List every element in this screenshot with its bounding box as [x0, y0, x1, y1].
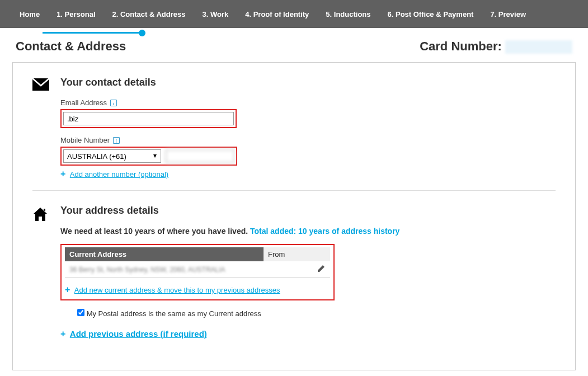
th-from: From	[264, 247, 330, 261]
nav-progress-dot	[139, 30, 145, 36]
postal-same-checkbox[interactable]	[77, 309, 84, 316]
nav-home[interactable]: Home	[11, 10, 48, 18]
email-label: Email Address i	[60, 98, 556, 107]
nav-step-4[interactable]: 4. Proof of Identity	[237, 10, 317, 18]
info-icon[interactable]: i	[113, 137, 120, 144]
info-icon[interactable]: i	[110, 100, 117, 106]
email-highlight-box	[60, 109, 237, 128]
nav-step-2[interactable]: 2. Contact & Address	[104, 10, 194, 18]
nav-step-5[interactable]: 5. Inductions	[317, 10, 379, 18]
nav-step-1[interactable]: 1. Personal	[48, 10, 104, 18]
main-panel: Your contact details Email Address i Mob…	[12, 62, 576, 370]
current-address-highlight-box: Current Address From 36 Berry St, North …	[60, 244, 335, 300]
country-code-select[interactable]: AUSTRALIA (+61)	[63, 149, 161, 163]
edit-cell	[312, 261, 330, 278]
plus-icon: +	[65, 285, 70, 295]
add-previous-address-link[interactable]: Add previous address (if required)	[70, 329, 207, 339]
from-date-cell	[264, 261, 312, 278]
add-new-current-address-link[interactable]: Add new current address & move this to m…	[74, 286, 280, 294]
page-title: Contact & Address	[16, 39, 126, 54]
postal-same-label: My Postal address is the same as my Curr…	[87, 309, 261, 318]
current-address-table: Current Address From 36 Berry St, North …	[65, 247, 330, 278]
address-cell: 36 Berry St, North Sydney, NSW, 2060, AU…	[65, 261, 264, 278]
email-field[interactable]	[63, 112, 234, 125]
card-number-label: Card Number:	[420, 39, 572, 54]
nav-bar: Home 1. Personal 2. Contact & Address 3.…	[0, 0, 588, 28]
country-select-wrap: AUSTRALIA (+61)	[63, 149, 161, 163]
address-section: Your address details We need at least 10…	[32, 205, 556, 339]
table-row: 36 Berry St, North Sydney, NSW, 2060, AU…	[65, 261, 330, 278]
nav-step-7[interactable]: 7. Preview	[482, 10, 534, 18]
card-number-value	[505, 40, 572, 54]
nav-step-6[interactable]: 6. Post Office & Payment	[379, 10, 482, 18]
card-label-text: Card Number:	[420, 39, 502, 53]
plus-icon: +	[60, 329, 65, 339]
envelope-icon	[32, 77, 60, 93]
address-requirement-msg: We need at least 10 years of where you h…	[60, 227, 556, 236]
nav-progress-bar	[43, 32, 143, 34]
divider	[32, 190, 556, 191]
address-title: Your address details	[60, 205, 556, 217]
th-current-address: Current Address	[65, 247, 264, 261]
contact-section: Your contact details Email Address i Mob…	[32, 77, 556, 179]
postal-same-checkbox-row: My Postal address is the same as my Curr…	[77, 309, 556, 318]
contact-title: Your contact details	[60, 77, 556, 88]
phone-field[interactable]	[166, 149, 234, 163]
table-row: Current Address From	[65, 247, 330, 261]
pencil-icon[interactable]	[317, 266, 325, 274]
nav-step-3[interactable]: 3. Work	[194, 10, 237, 18]
mobile-highlight-box: AUSTRALIA (+61)	[60, 147, 237, 166]
mobile-label: Mobile Number i	[60, 136, 556, 144]
plus-icon: +	[60, 169, 65, 179]
house-icon	[32, 205, 60, 224]
add-another-number-link[interactable]: Add another number (optional)	[70, 170, 168, 178]
total-added-text: Total added: 10 years of address history	[250, 227, 399, 236]
